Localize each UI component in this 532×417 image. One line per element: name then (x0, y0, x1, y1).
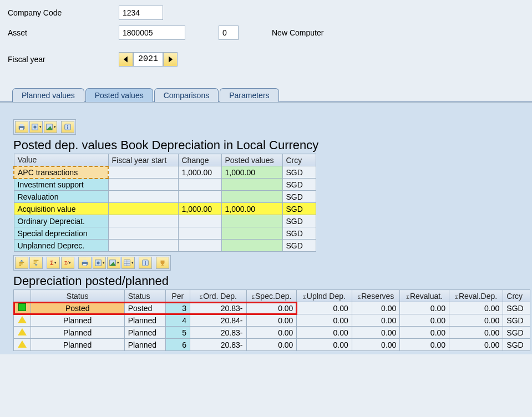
svg-rect-17 (162, 264, 163, 266)
status-planned-icon (18, 340, 27, 348)
svg-rect-2 (20, 128, 24, 130)
sort-desc-button[interactable] (29, 257, 43, 269)
posted-values-title: Posted dep. values Book Depreciation in … (13, 138, 529, 152)
table-row[interactable]: Acquisition value1,000.001,000.00SGD (14, 203, 316, 215)
table-row[interactable]: PlannedPlanned420.84-0.000.000.000.000.0… (14, 314, 530, 327)
view-button[interactable]: ▾ (93, 257, 106, 269)
sort-asc-button[interactable] (15, 257, 28, 269)
subtotal-button[interactable]: Σ⁄▾ (61, 257, 74, 269)
export-button[interactable]: ▾ (29, 121, 43, 133)
status-planned-icon (18, 328, 27, 335)
toolbar-lower: Σ▾ Σ⁄▾ ▾ ▾ ▾ i (13, 255, 171, 271)
table-row[interactable]: Special depreciationSGD (14, 227, 316, 240)
company-code-label: Company Code (8, 8, 119, 17)
table-row[interactable]: Investment supportSGD (14, 179, 316, 191)
depreciation-table: Status Status Per ΣOrd. Dep. ΣSpec.Dep. … (13, 289, 530, 351)
export2-button[interactable]: ▾ (107, 257, 120, 269)
tab-parameters[interactable]: Parameters (220, 88, 278, 102)
toolbar-upper: ▾ ▾ i (13, 119, 76, 135)
svg-text:i: i (67, 125, 68, 130)
table-row[interactable]: RevaluationSGD (14, 191, 316, 203)
fiscal-next-button[interactable] (163, 52, 178, 67)
table-row[interactable]: Unplanned Deprec.SGD (14, 240, 316, 252)
table-row[interactable]: PlannedPlanned520.83-0.000.000.000.000.0… (14, 327, 530, 339)
svg-rect-18 (161, 265, 164, 266)
tab-posted-values[interactable]: Posted values (85, 88, 153, 102)
asset-description: New Computer (272, 28, 323, 37)
trophy-button[interactable] (156, 257, 169, 269)
col-crcy2[interactable]: Crcy (503, 290, 530, 302)
col-per[interactable]: Per (165, 290, 190, 302)
table-row[interactable]: PostedPosted320.83-0.000.000.000.000.00S… (14, 302, 530, 314)
fiscal-year-value: 2021 (133, 52, 163, 67)
info2-button[interactable]: i (139, 257, 152, 269)
tab-planned-values[interactable]: Planned values (12, 88, 84, 102)
fiscal-year-label: Fiscal year (8, 55, 119, 64)
fiscal-prev-button[interactable] (119, 52, 133, 67)
col-fys[interactable]: Fiscal year start (108, 154, 178, 166)
subasset-input[interactable] (219, 26, 239, 40)
asset-label: Asset (8, 28, 119, 37)
col-spec[interactable]: ΣSpec.Dep. (246, 290, 297, 302)
depreciation-title: Depreciation posted/planned (13, 274, 529, 288)
tab-strip: Planned values Posted values Comparisons… (0, 77, 532, 102)
company-code-input[interactable] (119, 6, 163, 20)
svg-point-12 (97, 261, 99, 264)
status-planned-icon (18, 316, 27, 323)
tab-comparisons[interactable]: Comparisons (154, 88, 219, 102)
svg-text:i: i (145, 261, 146, 266)
print-button[interactable] (15, 121, 28, 133)
col-revdep[interactable]: ΣReval.Dep. (449, 290, 503, 302)
col-crcy[interactable]: Crcy (282, 154, 316, 166)
print2-button[interactable] (78, 257, 92, 269)
col-change[interactable]: Change (178, 154, 221, 166)
svg-rect-9 (83, 260, 87, 262)
col-reval[interactable]: ΣRevaluat. (400, 290, 449, 302)
table-row[interactable]: Ordinary Depreciat.SGD (14, 215, 316, 227)
sum-button[interactable]: Σ▾ (47, 257, 60, 269)
col-status1[interactable]: Status (31, 290, 124, 302)
svg-point-4 (33, 125, 36, 128)
svg-rect-14 (124, 260, 130, 266)
layout-button[interactable]: ▾ (121, 257, 135, 269)
status-posted-icon (18, 303, 26, 311)
table-row[interactable]: PlannedPlanned620.83-0.000.000.000.000.0… (14, 339, 530, 351)
col-value[interactable]: Value (14, 154, 108, 166)
table-row[interactable]: APC transactions1,000.001,000.00SGD (14, 166, 316, 179)
info-button[interactable]: i (61, 121, 74, 133)
col-res[interactable]: ΣReserves (352, 290, 400, 302)
svg-rect-10 (83, 264, 87, 266)
col-icon (14, 290, 31, 302)
spreadsheet-button[interactable]: ▾ (44, 121, 57, 133)
col-ord[interactable]: ΣOrd. Dep. (190, 290, 246, 302)
col-upl[interactable]: ΣUplnd Dep. (297, 290, 352, 302)
col-status2[interactable]: Status (124, 290, 165, 302)
posted-values-table: Value Fiscal year start Change Posted va… (13, 154, 316, 252)
asset-input[interactable] (119, 26, 185, 40)
col-posted[interactable]: Posted values (221, 154, 282, 166)
svg-rect-1 (20, 124, 24, 126)
